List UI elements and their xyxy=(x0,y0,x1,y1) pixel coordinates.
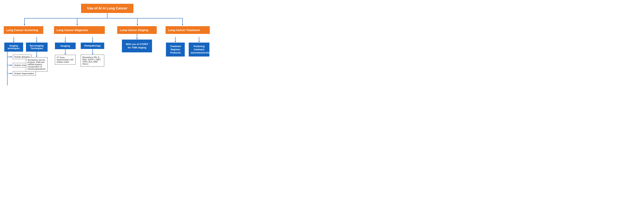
arrow-nc xyxy=(10,64,13,66)
arrow-nd xyxy=(10,56,13,58)
svg-marker-13 xyxy=(10,65,12,66)
svg-marker-30 xyxy=(175,41,176,43)
svg-marker-26 xyxy=(92,53,93,55)
svg-marker-7 xyxy=(137,24,138,26)
svg-marker-22 xyxy=(65,53,66,55)
column-staging: Lung Cancer Staging With use of CT/PET f… xyxy=(117,26,158,52)
biomarkers-screening-box: Biomarkers (serum proteins, DNA and miRN… xyxy=(26,57,48,72)
svg-marker-14 xyxy=(10,73,12,74)
treatment-regimen-box: Treatment Regimen Protocols xyxy=(166,43,185,57)
staging-title: Lung Cancer Staging xyxy=(117,26,157,34)
column-treatment: Lung Cancer Treatment Treatment Regimen … xyxy=(166,26,211,57)
svg-marker-5 xyxy=(76,24,78,26)
svg-marker-12 xyxy=(10,56,12,58)
arrow-treat-predict xyxy=(197,37,201,43)
arrow-nonimaging-bio xyxy=(35,52,38,57)
arrow-diag-imaging xyxy=(64,37,67,43)
arrow-ns xyxy=(10,73,13,74)
svg-marker-18 xyxy=(36,56,37,57)
arrow-diag-histo xyxy=(91,37,94,43)
columns-row: Lung Cancer Screening Imaging techniques xyxy=(4,26,211,86)
arrow-imaging-ct xyxy=(64,49,67,55)
screening-title: Lung Cancer Screening xyxy=(4,26,43,34)
imaging-diag-box: Imaging xyxy=(55,43,76,49)
top-center: Use of AI in Lung Cancer xyxy=(4,4,211,13)
imaging-techniques-box: Imaging techniques xyxy=(4,43,23,52)
arrow-screening-nonimaging xyxy=(35,37,38,43)
nodule-segmentation-box: Nodule Segmentation xyxy=(13,71,36,76)
svg-marker-20 xyxy=(65,41,66,43)
svg-marker-32 xyxy=(198,41,200,43)
ct-scan-box: CT Scan, experimental CXR studies noted xyxy=(55,55,76,65)
svg-marker-16 xyxy=(36,41,37,43)
column-screening: Lung Cancer Screening Imaging techniques xyxy=(4,26,45,86)
arrow-treat-regimen xyxy=(174,37,177,43)
svg-marker-9 xyxy=(182,24,183,26)
biomarkers-diag-box: Biomarkers (Rb, K-RAS, EGFR, c-MET, TP53… xyxy=(81,55,104,67)
arrow-staging-ct xyxy=(135,34,139,40)
column-diagnosis: Lung Cancer Diagnosis Imaging CT Scan, e… xyxy=(54,26,108,67)
svg-marker-28 xyxy=(136,38,138,40)
top-connector-svg xyxy=(4,13,211,26)
arrow-screening-imaging xyxy=(12,37,16,43)
svg-marker-24 xyxy=(92,41,93,43)
svg-marker-11 xyxy=(13,41,14,43)
svg-marker-3 xyxy=(24,24,25,26)
histopathology-box: Histopathology xyxy=(81,43,104,49)
arrow-histo-bio xyxy=(91,49,94,55)
non-imaging-box: Non-Imaging Techniques xyxy=(26,43,48,52)
diagnosis-title: Lung Cancer Diagnosis xyxy=(54,26,105,34)
diagram: Use of AI in Lung Cancer Lung Cancer Scr… xyxy=(4,4,211,86)
treatment-title: Lung Cancer Treatment xyxy=(166,26,210,34)
predicting-outcomes-box: Predicting treatment outcomes/survival xyxy=(189,43,210,57)
main-title: Use of AI in Lung Cancer xyxy=(81,4,133,13)
ct-pet-box: With use of CT/PET for TNM staging xyxy=(122,40,152,52)
